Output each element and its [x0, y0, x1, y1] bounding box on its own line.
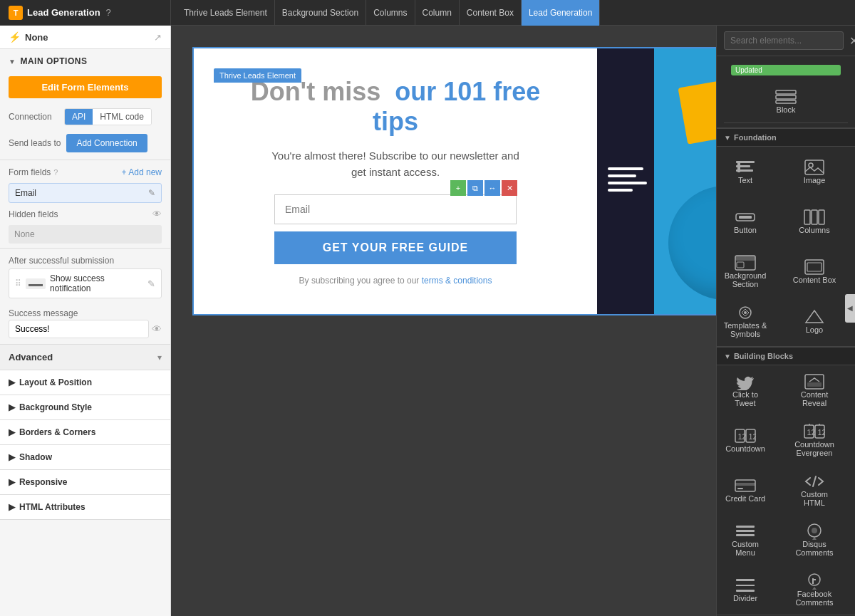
content-reveal-element[interactable]: Content Reveal: [786, 365, 843, 415]
responsive-label: ▶ Responsive: [9, 477, 67, 487]
block-element[interactable]: Block: [765, 84, 807, 118]
content-box-icon: [804, 259, 825, 276]
white-bars: [608, 167, 647, 196]
templates-element[interactable]: Templates & Symbols: [717, 296, 774, 346]
credit-card-element[interactable]: Credit Card: [717, 465, 774, 515]
form-ctrl-copy[interactable]: ⧉: [467, 180, 483, 196]
form-ctrl-move[interactable]: ↔: [484, 180, 500, 196]
divider-icon: [735, 577, 756, 594]
top-nav: T Lead Generation ? Thrive Leads Element…: [0, 0, 855, 26]
credit-card-icon: [735, 477, 756, 494]
layout-position-section[interactable]: ▶ Layout & Position: [0, 370, 170, 395]
foundation-section-header[interactable]: ▼ Foundation: [717, 128, 855, 147]
blue-ball: [668, 186, 716, 300]
none-dropdown: None: [9, 225, 162, 244]
form-ctrl-add[interactable]: +: [450, 180, 466, 196]
form-fields-label: Form fields ?: [9, 167, 58, 177]
main-options-label: Main Options: [20, 56, 87, 66]
help-icon[interactable]: ?: [106, 7, 111, 18]
advanced-label: Advanced: [9, 352, 53, 362]
block-section: Updated Block: [717, 56, 855, 128]
text-element[interactable]: Text: [717, 147, 774, 197]
countdown-evergreen-element[interactable]: 12 12 Countdown Evergreen: [786, 415, 843, 465]
content-box-element[interactable]: Content Box: [786, 246, 843, 296]
form-controls-overlay: + ⧉ ↔ ✕: [450, 180, 517, 196]
success-input-field[interactable]: [9, 320, 149, 338]
image-element[interactable]: Image: [786, 147, 843, 197]
hidden-fields-row: Hidden fields 👁: [0, 204, 170, 224]
svg-point-39: [812, 528, 817, 533]
shadow-section[interactable]: ▶ Shadow: [0, 445, 170, 470]
svg-text:12: 12: [749, 432, 757, 441]
click-to-tweet-element[interactable]: Click to Tweet: [717, 365, 774, 415]
logo-element[interactable]: Logo: [786, 296, 843, 346]
columns-element[interactable]: Columns: [786, 197, 843, 246]
svg-rect-7: [805, 160, 824, 174]
hidden-fields-label: Hidden fields: [9, 209, 58, 219]
divider-element[interactable]: Divider: [717, 565, 774, 615]
countdown-icon: 12 12: [735, 427, 756, 444]
countdown-element[interactable]: 12 12 Countdown: [717, 415, 774, 465]
breadcrumb-column[interactable]: Column: [415, 0, 460, 26]
breadcrumb-content-box[interactable]: Content Box: [460, 0, 522, 26]
building-blocks-section-header[interactable]: ▼ Building Blocks: [717, 347, 855, 365]
responsive-section[interactable]: ▶ Responsive: [0, 470, 170, 495]
expand-icon[interactable]: ↗: [154, 32, 162, 43]
success-notification-row: ⠿ ▬▬ Show success notification ✎: [9, 268, 162, 298]
svg-point-8: [809, 163, 813, 167]
foundation-grid: Text Image Button: [717, 147, 855, 347]
add-new-button[interactable]: + Add new: [122, 167, 162, 177]
eye-icon[interactable]: 👁: [152, 209, 162, 219]
advanced-row[interactable]: Advanced ▾: [0, 344, 170, 370]
facebook-comments-element[interactable]: Facebook Comments: [786, 565, 843, 615]
close-panel-button[interactable]: ✕: [848, 33, 855, 49]
logo-icon: T: [9, 6, 23, 20]
divider-1: [0, 160, 170, 160]
add-connection-button[interactable]: Add Connection: [66, 134, 147, 152]
custom-menu-icon: [735, 523, 756, 540]
breadcrumb-columns[interactable]: Columns: [366, 0, 415, 26]
button-element[interactable]: Button: [717, 197, 774, 246]
updated-badge: Updated: [731, 65, 841, 75]
drag-handle-icon: ⠿: [15, 278, 21, 288]
field-edit-icon[interactable]: ✎: [148, 188, 155, 198]
custom-menu-element[interactable]: Custom Menu: [717, 515, 774, 565]
background-style-label: ▶ Background Style: [9, 402, 92, 412]
divider-2: [0, 248, 170, 249]
background-style-section[interactable]: ▶ Background Style: [0, 395, 170, 420]
canvas-area: Thrive Leads Element Don't miss our 101 …: [171, 26, 716, 616]
breadcrumb-lead-generation[interactable]: Lead Generation: [522, 0, 600, 26]
api-button[interactable]: API: [65, 109, 93, 125]
email-input-field[interactable]: [274, 194, 517, 224]
edit-form-elements-button[interactable]: Edit Form Elements: [9, 76, 162, 98]
foundation-arrow-icon: ▼: [724, 134, 731, 142]
background-section-element[interactable]: Background Section: [717, 246, 774, 296]
left-panel: ⚡ None ↗ ▼ Main Options Edit Form Elemen…: [0, 26, 171, 616]
arrow-right-icon: ▶: [9, 377, 15, 387]
disqus-element[interactable]: Disqus Comments: [786, 515, 843, 565]
svg-rect-33: [735, 483, 755, 486]
block-full-row: Block: [724, 80, 848, 123]
form-ctrl-delete[interactable]: ✕: [502, 180, 517, 196]
html-attributes-section[interactable]: ▶ HTML Attributes: [0, 495, 170, 520]
borders-corners-section[interactable]: ▶ Borders & Corners: [0, 420, 170, 445]
submit-button[interactable]: GET YOUR FREE GUIDE: [274, 231, 517, 264]
success-input-row: 👁: [9, 320, 162, 338]
success-edit-icon[interactable]: ✎: [147, 278, 155, 289]
html-code-button[interactable]: HTML code: [93, 109, 151, 125]
breadcrumb-background-section[interactable]: Background Section: [275, 0, 366, 26]
logo-text: Lead Generation: [27, 7, 100, 18]
custom-html-element[interactable]: Custom HTML: [786, 465, 843, 515]
terms-link[interactable]: terms & conditions: [422, 276, 492, 286]
success-visibility-button[interactable]: 👁: [152, 323, 162, 335]
svg-marker-21: [806, 310, 823, 323]
logo-area: T Lead Generation ?: [0, 0, 171, 25]
search-elements-input[interactable]: [724, 31, 844, 50]
shadow-label: ▶ Shadow: [9, 452, 52, 462]
form-input-wrapper: + ⧉ ↔ ✕: [274, 194, 517, 224]
custom-html-icon: [804, 473, 825, 490]
columns-icon: [804, 209, 825, 226]
logo-icon: [804, 308, 825, 325]
svg-rect-34: [737, 488, 743, 489]
breadcrumb-thrive-leads[interactable]: Thrive Leads Element: [177, 0, 275, 26]
